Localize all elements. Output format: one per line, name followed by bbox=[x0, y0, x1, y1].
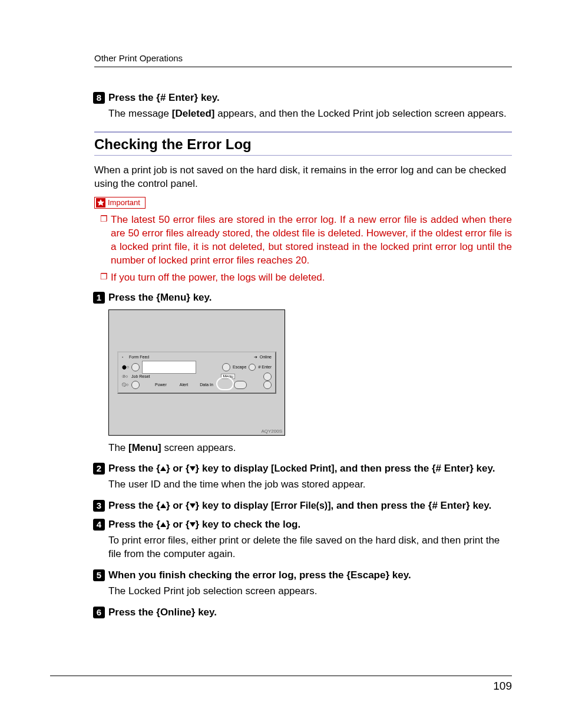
step-heading: Press the {} or {} key to display [Locke… bbox=[108, 463, 512, 475]
important-item: ❐ The latest 50 error files are stored i… bbox=[100, 213, 512, 268]
step-4: 4 Press the {} or {} key to check the lo… bbox=[94, 519, 512, 561]
step-heading: Press the {# Enter} key. bbox=[108, 92, 512, 104]
step-2: 2 Press the {} or {} key to display [Loc… bbox=[94, 463, 512, 492]
step-heading: Press the {} or {} key to display [Error… bbox=[108, 500, 512, 512]
printer-figure-wrap: ▫ Form Feed ➔Online ⬤○ Escape # Enter bbox=[108, 309, 512, 436]
step-heading: Press the {Menu} key. bbox=[108, 292, 512, 304]
step-6: 6 Press the {Online} key. bbox=[94, 607, 512, 618]
section-rule-top bbox=[94, 131, 512, 133]
step-number-icon: 4 bbox=[93, 519, 105, 531]
step-number-icon: 8 bbox=[93, 92, 105, 104]
step-body: The Locked Print job selection screen ap… bbox=[108, 585, 512, 598]
important-item: ❐ If you turn off the power, the logs wi… bbox=[100, 271, 512, 285]
important-list: ❐ The latest 50 error files are stored i… bbox=[100, 213, 512, 285]
message-locked-print: [Locked Print] bbox=[271, 463, 335, 473]
step-5: 5 When you finish checking the error log… bbox=[94, 569, 512, 598]
section-heading: Checking the Error Log bbox=[94, 136, 512, 153]
arrow-down-icon bbox=[190, 522, 196, 527]
printer-figure: ▫ Form Feed ➔Online ⬤○ Escape # Enter bbox=[108, 309, 285, 436]
figure-code: AQY200S bbox=[261, 429, 282, 434]
page: Other Print Operations 8 Press the {# En… bbox=[0, 0, 562, 728]
star-icon bbox=[96, 198, 105, 207]
arrow-up-icon bbox=[160, 503, 166, 508]
step-number-icon: 5 bbox=[93, 569, 105, 581]
bullet-icon: ❐ bbox=[100, 213, 111, 268]
arrow-up-icon bbox=[160, 522, 166, 527]
step-1: 1 Press the {Menu} key. ▫ Form Feed ➔Onl… bbox=[94, 292, 512, 455]
page-header: Other Print Operations bbox=[94, 53, 512, 67]
step-number-icon: 6 bbox=[93, 607, 105, 618]
section-rule-bottom bbox=[94, 155, 512, 156]
page-number: 109 bbox=[493, 680, 512, 693]
step-heading: When you finish checking the error log, … bbox=[108, 569, 512, 581]
step-3: 3 Press the {} or {} key to display [Err… bbox=[94, 500, 512, 512]
step-body: The [Menu] screen appears. bbox=[108, 442, 512, 455]
step-number-icon: 3 bbox=[93, 500, 105, 512]
section-title: Other Print Operations bbox=[94, 53, 183, 63]
important-badge: Important bbox=[94, 197, 146, 209]
bullet-icon: ❐ bbox=[100, 271, 111, 285]
arrow-up-icon bbox=[160, 466, 166, 471]
message-deleted: [Deleted] bbox=[172, 108, 215, 119]
menu-highlight-icon bbox=[216, 377, 234, 390]
step-body: The message [Deleted] appears, and then … bbox=[108, 107, 512, 121]
message-menu: [Menu] bbox=[128, 442, 161, 453]
step-body: The user ID and the time when the job wa… bbox=[108, 478, 512, 492]
step-number-icon: 1 bbox=[93, 292, 105, 304]
printer-panel: ▫ Form Feed ➔Online ⬤○ Escape # Enter bbox=[117, 351, 276, 394]
step-8: 8 Press the {# Enter} key. The message [… bbox=[94, 92, 512, 121]
section-intro: When a print job is not saved on the har… bbox=[94, 164, 512, 191]
message-error-files: [Error File(s)] bbox=[271, 500, 330, 510]
arrow-down-icon bbox=[190, 466, 196, 471]
step-heading: Press the {} or {} key to check the log. bbox=[108, 519, 512, 531]
step-body: To print error files, either print or de… bbox=[108, 534, 512, 561]
footer-rule bbox=[50, 676, 512, 676]
arrow-down-icon bbox=[190, 503, 196, 508]
step-number-icon: 2 bbox=[93, 463, 105, 475]
step-heading: Press the {Online} key. bbox=[108, 607, 512, 618]
